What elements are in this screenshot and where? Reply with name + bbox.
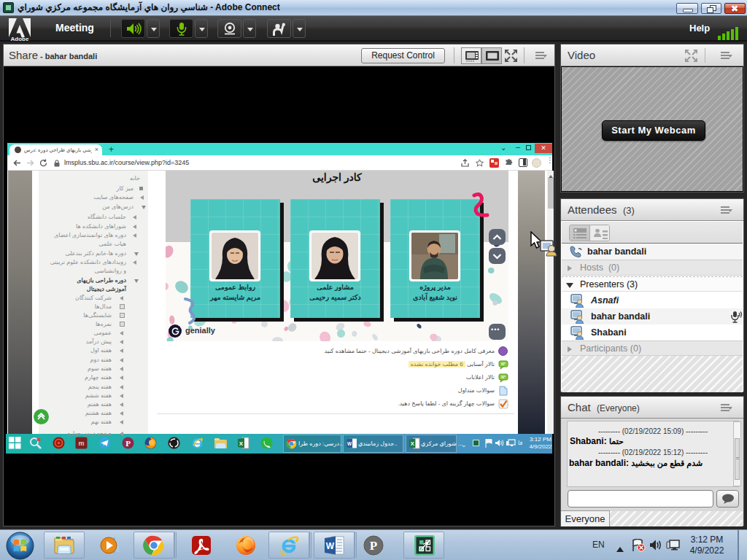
svg-text:P: P — [370, 539, 377, 553]
svg-text:X: X — [411, 440, 414, 447]
svg-text:m: m — [78, 440, 84, 447]
svg-text:W: W — [326, 541, 335, 551]
svg-text:W: W — [347, 441, 352, 446]
svg-text:Adobe: Adobe — [11, 36, 29, 42]
svg-text:P: P — [125, 439, 131, 448]
svg-text:X: X — [239, 440, 244, 447]
